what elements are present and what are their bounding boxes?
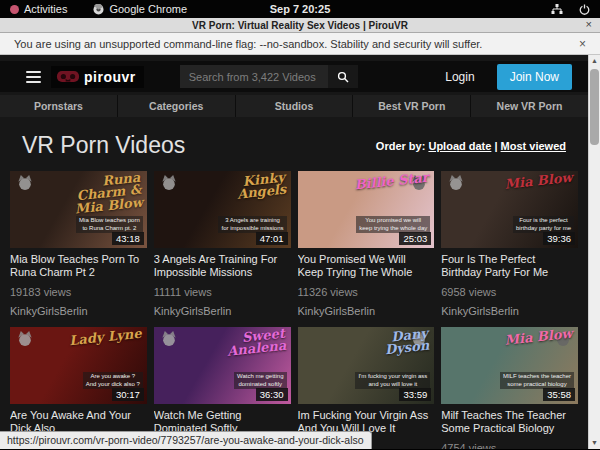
- activities-button[interactable]: Activities: [10, 3, 67, 15]
- nav-item-new-vr-porn[interactable]: New VR Porn: [471, 95, 588, 117]
- video-card[interactable]: Kinky Angels 3 Angels are training for i…: [154, 171, 291, 317]
- order-separator: |: [491, 140, 500, 152]
- video-card[interactable]: Mia Blow Four is the perfect birthday pa…: [441, 171, 578, 317]
- activities-label: Activities: [24, 3, 67, 15]
- order-most-viewed-link[interactable]: Most viewed: [501, 140, 566, 152]
- order-upload-date-link[interactable]: Upload date: [428, 140, 491, 152]
- video-thumbnail[interactable]: Lady Lyne Are you awake ? And your dick …: [10, 327, 147, 404]
- nav-item-studios[interactable]: Studios: [236, 95, 354, 117]
- warning-text: You are using an unsupported command-lin…: [14, 38, 482, 50]
- chrome-icon: [93, 4, 104, 15]
- scrollbar-thumb[interactable]: [590, 69, 599, 145]
- logo-text: pirouvr: [84, 69, 136, 85]
- video-thumbnail[interactable]: Runa Charm & Mia Blow Mia Blow teaches p…: [10, 171, 147, 248]
- join-now-button[interactable]: Join Now: [497, 64, 572, 90]
- view-count: 19183 views: [10, 286, 147, 298]
- video-title[interactable]: Milf Teaches The Teacher Some Practical …: [441, 409, 578, 435]
- nav-item-pornstars[interactable]: Pornstars: [0, 95, 118, 117]
- video-thumbnail[interactable]: Dany Dyson I'm fucking your virgin ass a…: [298, 327, 435, 404]
- distro-icon: [10, 5, 19, 14]
- site-header: pirouvr Login Join Now: [0, 61, 588, 92]
- video-card[interactable]: Runa Charm & Mia Blow Mia Blow teaches p…: [10, 171, 147, 317]
- video-card[interactable]: Mia Blow MILF teaches the teacher some p…: [441, 327, 578, 449]
- system-top-bar: Activities Google Chrome Sep 7 20:25: [0, 0, 600, 18]
- video-card[interactable]: Billie Star You promised we will keep tr…: [298, 171, 435, 317]
- duration-badge: 30:17: [112, 388, 144, 401]
- nav-item-best-vr-porn[interactable]: Best VR Porn: [353, 95, 471, 117]
- duration-badge: 47:01: [256, 232, 288, 245]
- video-title[interactable]: You Promised We Will Keep Trying The Who…: [298, 253, 435, 279]
- page-title: VR Porn Videos: [22, 132, 185, 159]
- clock[interactable]: Sep 7 20:25: [0, 3, 600, 15]
- video-grid: Runa Charm & Mia Blow Mia Blow teaches p…: [0, 171, 588, 449]
- thumbnail-caption: Mia Blow teaches porn to Runa Charm pt. …: [76, 216, 143, 233]
- scroll-down-icon[interactable]: ▼: [589, 437, 600, 449]
- view-count: 11326 views: [298, 286, 435, 298]
- duration-badge: 35:58: [543, 388, 575, 401]
- video-thumbnail[interactable]: Mia Blow MILF teaches the teacher some p…: [441, 327, 578, 404]
- studio-link[interactable]: KinkyGirlsBerlin: [441, 305, 578, 317]
- view-count: 4754 views: [441, 442, 578, 449]
- login-link[interactable]: Login: [445, 70, 474, 84]
- studio-cat-logo-icon: [159, 330, 179, 351]
- video-title[interactable]: 3 Angels Are Training For Impossible Mis…: [154, 253, 291, 279]
- studio-cat-logo-icon: [15, 330, 35, 351]
- studio-cat-logo-icon: [15, 174, 35, 195]
- dismiss-warning-icon[interactable]: ×: [579, 37, 586, 51]
- studio-link[interactable]: KinkyGirlsBerlin: [154, 305, 291, 317]
- search-input[interactable]: [180, 65, 328, 88]
- thumbnail-caption: Are you awake ? And your dick also ?: [83, 372, 143, 389]
- scroll-up-icon[interactable]: ▲: [589, 55, 600, 67]
- video-title[interactable]: Four Is The Perfect Birthday Party For M…: [441, 253, 578, 279]
- order-by-controls: Order by: Upload date | Most viewed: [376, 140, 566, 152]
- hamburger-menu-icon[interactable]: [26, 71, 41, 83]
- thumbnail-caption: Four is the perfect birthday party for m…: [513, 216, 574, 233]
- vertical-scrollbar[interactable]: ▲ ▼: [588, 55, 600, 449]
- duration-badge: 33:59: [399, 388, 431, 401]
- thumbnail-performer-text: Kinky Angels: [200, 172, 287, 205]
- video-thumbnail[interactable]: Billie Star You promised we will keep tr…: [298, 171, 435, 248]
- window-title: VR Porn: Virtual Reality Sex Videos | Pi…: [192, 20, 408, 31]
- unsupported-flag-warning: You are using an unsupported command-lin…: [0, 33, 600, 55]
- thumbnail-performer-text: Mia Blow: [488, 172, 574, 193]
- close-window-icon[interactable]: ×: [586, 18, 592, 30]
- duration-badge: 43:18: [112, 232, 144, 245]
- video-thumbnail[interactable]: Mia Blow Four is the perfect birthday pa…: [441, 171, 578, 248]
- order-by-label: Order by:: [376, 140, 426, 152]
- app-name-label: Google Chrome: [109, 3, 187, 15]
- view-count: 6958 views: [441, 286, 578, 298]
- video-thumbnail[interactable]: Kinky Angels 3 Angels are training for i…: [154, 171, 291, 248]
- thumbnail-performer-text: Sweet Analena: [200, 328, 287, 361]
- video-thumbnail[interactable]: Sweet Analena Watch me getting dominated…: [154, 327, 291, 404]
- network-icon[interactable]: [551, 4, 563, 15]
- power-icon[interactable]: [579, 4, 590, 15]
- thumbnail-performer-text: Lady Lyne: [57, 328, 143, 349]
- thumbnail-caption: Watch me getting dominated softly: [234, 372, 286, 389]
- duration-badge: 39:36: [543, 232, 575, 245]
- video-title[interactable]: Mia Blow Teaches Porn To Runa Charm Pt 2: [10, 253, 147, 279]
- vr-goggles-icon: [56, 70, 80, 83]
- nav-item-categories[interactable]: Categories: [118, 95, 236, 117]
- studio-link[interactable]: KinkyGirlsBerlin: [298, 305, 435, 317]
- browser-title-bar: VR Porn: Virtual Reality Sex Videos | Pi…: [0, 18, 600, 33]
- studio-cat-logo-icon: [159, 174, 179, 195]
- search-icon: [337, 71, 349, 83]
- thumbnail-caption: 3 Angels are training for impossible mis…: [218, 216, 286, 233]
- thumbnail-performer-text: Runa Charm & Mia Blow: [55, 172, 143, 218]
- studio-link[interactable]: KinkyGirlsBerlin: [10, 305, 147, 317]
- thumbnail-caption: I'm fucking your virgin ass and you will…: [355, 372, 430, 389]
- studio-cat-logo-icon: [446, 174, 466, 195]
- search-button[interactable]: [328, 65, 358, 88]
- duration-badge: 36:30: [256, 388, 288, 401]
- thumbnail-caption: MILF teaches the teacher some practical …: [500, 372, 574, 389]
- thumbnail-performer-text: Dany Dyson: [343, 328, 430, 361]
- thumbnail-caption: You promised we will keep trying the who…: [356, 216, 430, 233]
- page-viewport: pirouvr Login Join Now Pornstars Categor…: [0, 55, 600, 449]
- view-count: 11111 views: [154, 286, 291, 298]
- site-logo[interactable]: pirouvr: [51, 66, 144, 88]
- main-nav: Pornstars Categories Studios Best VR Por…: [0, 95, 588, 117]
- status-bar-url: https://pirouvr.com/vr-porn-video/779325…: [0, 431, 372, 449]
- focused-app-menu[interactable]: Google Chrome: [93, 3, 187, 15]
- duration-badge: 25:03: [399, 232, 431, 245]
